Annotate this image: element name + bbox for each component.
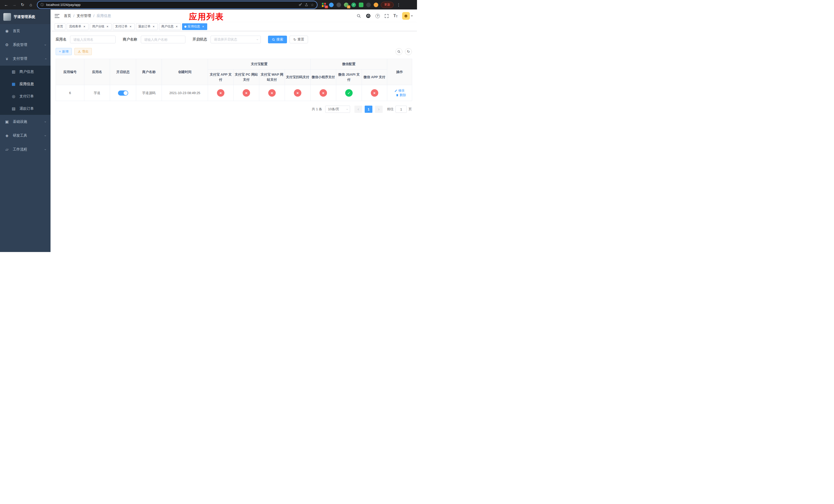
sidebar-item-system[interactable]: ⚙ 系统管理 ›	[0, 38, 50, 52]
column-header-wechat-app: 微信 APP 支付	[362, 69, 387, 85]
export-button[interactable]: 导出	[74, 48, 92, 55]
cell-status	[110, 85, 136, 101]
url-text[interactable]: localhost:1024/pay/app	[46, 3, 296, 7]
extension-chat-icon[interactable]	[358, 2, 364, 8]
delete-button[interactable]: 删除	[396, 93, 406, 97]
close-icon[interactable]: ×	[106, 25, 109, 28]
sidebar-collapse-icon[interactable]	[54, 14, 60, 18]
home-icon[interactable]: ⌂	[27, 1, 35, 8]
sidebar-item-merchant-info[interactable]: ▥ 商户信息	[0, 66, 50, 78]
sidebar-item-home[interactable]: ◉ 首页	[0, 24, 50, 38]
github-icon[interactable]	[366, 13, 371, 19]
toggle-search-icon[interactable]	[395, 48, 402, 55]
breadcrumb-payment[interactable]: 支付管理	[77, 14, 91, 18]
order-icon: ◎	[11, 94, 16, 99]
refresh-icon: ↻	[293, 38, 296, 42]
back-icon[interactable]: ←	[3, 1, 10, 8]
breadcrumb-home[interactable]: 首页	[64, 14, 71, 18]
password-key-icon[interactable]	[299, 3, 302, 7]
sidebar-item-payment[interactable]: ¥ 支付管理 ›	[0, 52, 50, 66]
address-bar[interactable]: ⓘ localhost:1024/pay/app ☆	[38, 1, 317, 8]
chevron-down-icon: ›	[256, 39, 259, 40]
reset-button[interactable]: ↻ 重置	[289, 36, 308, 43]
main-area: 首页 / 支付管理 / 应用信息 ?	[50, 9, 417, 252]
reload-icon[interactable]: ↻	[19, 1, 26, 8]
extensions-area: 10 1 ✓	[321, 2, 379, 8]
column-header-merchant: 商户名称	[136, 59, 162, 85]
chevron-down-icon: ›	[43, 149, 47, 150]
add-button[interactable]: + 新增	[56, 48, 72, 55]
search-button[interactable]: 搜索	[268, 36, 287, 43]
extension-dark-icon[interactable]	[336, 2, 342, 8]
alipay-qr-status-icon: ×	[294, 89, 301, 97]
refresh-table-icon[interactable]: ↻	[405, 48, 412, 55]
table-row: 6 芋道 芋道源码 2021-10-23 08:49:25 × × × × × …	[56, 85, 412, 101]
user-avatar[interactable]: ☻	[402, 12, 410, 20]
sidebar-item-workflow[interactable]: ▱ 工作流程 ›	[0, 142, 50, 156]
edit-button[interactable]: 修改	[394, 88, 405, 93]
extension-drop-icon[interactable]	[329, 2, 334, 8]
app-title: 芋道管理系统	[14, 15, 35, 19]
refund-icon: ▤	[11, 107, 16, 111]
font-size-icon[interactable]: TT	[393, 14, 397, 18]
column-group-alipay: 支付宝配置	[208, 59, 311, 69]
status-select[interactable]: 请选择开启状态 ›	[211, 36, 261, 43]
site-info-icon[interactable]: ⓘ	[41, 3, 44, 7]
help-icon[interactable]: ?	[375, 14, 380, 18]
search-form: 应用名 商户名称 开启状态 请选择开启状态 ›	[56, 36, 412, 43]
tab-app-info[interactable]: 应用信息×	[182, 23, 207, 30]
tab-merchant-info[interactable]: 商户信息×	[159, 23, 181, 30]
extension-pin-icon[interactable]	[366, 2, 371, 8]
sidebar-item-devtools[interactable]: ◈ 研发工具 ›	[0, 129, 50, 142]
sidebar-item-infra[interactable]: ▣ 基础设施 ›	[0, 115, 50, 129]
extension-emoji-icon[interactable]	[373, 2, 379, 8]
tab-process-form[interactable]: 流程表单×	[67, 23, 88, 30]
forward-icon[interactable]: →	[11, 1, 18, 8]
alipay-app-status-icon: ×	[217, 89, 224, 97]
tab-home[interactable]: 首页	[54, 23, 65, 30]
search-icon[interactable]	[356, 14, 361, 18]
close-icon[interactable]: ×	[175, 25, 178, 28]
app-name-input[interactable]	[70, 36, 116, 43]
close-icon[interactable]: ×	[152, 25, 155, 28]
sidebar-item-refund-orders[interactable]: ▤ 退款订单	[0, 102, 50, 115]
row-status-switch[interactable]	[118, 91, 128, 96]
close-icon[interactable]: ×	[201, 25, 205, 28]
merchant-name-input[interactable]	[141, 36, 185, 43]
tab-refund-orders[interactable]: 退款订单×	[136, 23, 158, 30]
prev-page-button[interactable]: ‹	[354, 106, 362, 113]
caret-down-icon	[411, 15, 413, 17]
page-size-select[interactable]: 10条/页 ›	[325, 106, 350, 113]
sidebar-item-pay-orders[interactable]: ◎ 支付订单	[0, 90, 50, 102]
column-group-wechat: 微信配置	[311, 59, 387, 69]
app-name-label: 应用名	[56, 37, 66, 42]
chrome-update-button[interactable]: 更新	[381, 2, 394, 8]
next-page-button[interactable]: ›	[375, 106, 382, 113]
user-menu[interactable]: ☻	[402, 12, 413, 20]
cell-created: 2021-10-23 08:49:25	[162, 85, 208, 101]
bookmark-star-icon[interactable]: ☆	[311, 3, 314, 7]
page-number-button[interactable]: 1	[365, 106, 372, 113]
tab-pay-orders[interactable]: 支付订单×	[113, 23, 135, 30]
share-icon[interactable]	[305, 3, 308, 7]
extension-grid-icon[interactable]: 10	[321, 2, 327, 8]
browser-menu-icon[interactable]: ⋮	[396, 3, 402, 7]
extension-check-icon[interactable]: ✓	[351, 2, 356, 8]
close-icon[interactable]: ×	[129, 25, 132, 28]
plus-icon: +	[59, 50, 61, 53]
extension-badge: 10	[325, 5, 328, 8]
payment-submenu: ▥ 商户信息 ▦ 应用信息 ◎ 支付订单 ▤ 退款订单	[0, 66, 50, 115]
browser-toolbar: ← → ↻ ⌂ ⓘ localhost:1024/pay/app ☆ 10	[0, 0, 417, 9]
close-icon[interactable]: ×	[83, 25, 86, 28]
sidebar-item-app-info[interactable]: ▦ 应用信息	[0, 78, 50, 90]
extension-avatar-icon[interactable]: 1	[344, 2, 349, 8]
chevron-up-icon: ›	[43, 58, 47, 59]
pagination: 共 1 条 10条/页 › ‹ 1 › 前往 页	[56, 106, 412, 113]
merchant-name-label: 商户名称	[123, 37, 137, 42]
fullscreen-icon[interactable]	[385, 14, 389, 18]
column-header-wechat-jsapi: 微信 JSAPI 支付	[336, 69, 362, 85]
app-logo[interactable]: 芋道管理系统	[0, 9, 50, 24]
goto-page-input[interactable]	[395, 106, 407, 113]
breadcrumb: 首页 / 支付管理 / 应用信息	[64, 14, 111, 18]
tab-user-group[interactable]: 用户分组×	[90, 23, 112, 30]
